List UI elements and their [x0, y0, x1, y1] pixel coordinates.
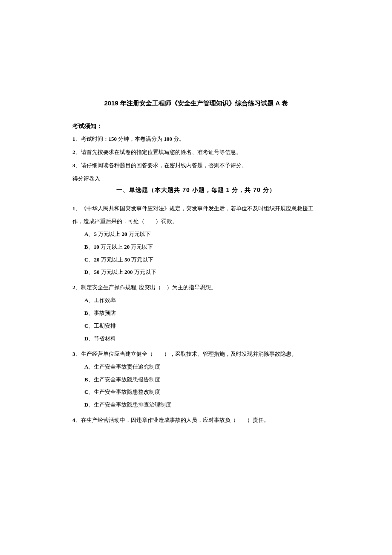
option-rest2: 万元以下 [133, 269, 156, 275]
option-rest2: 万元以下 [130, 244, 153, 250]
question-2: 2、制定安全生产操作规程, 应突出（ ）为主的指导思想。 A、工作效率 B、事故… [72, 281, 320, 345]
option-b: B、生产安全事故隐患报告制度 [72, 373, 320, 386]
notice-item-1: 1、考试时间：150 分钟，本卷满分为 100 分。 [72, 135, 320, 144]
notice-text: 、考试时间： [75, 136, 109, 142]
notice-text: 、请首先按要求在试卷的指定位置填写您的姓名、准考证号等信息。 [75, 149, 242, 155]
notice-text: 、请仔细阅读各种题目的回答要求，在密封线内答题，否则不予评分。 [75, 162, 247, 169]
option-text: 、工作效率 [88, 297, 116, 303]
option-a: A、工作效率 [72, 294, 320, 307]
option-letter: D [84, 401, 88, 408]
question-text: 1、《中华人民共和国突发事件应对法》规定，突发事件发生后，若单位不及时组织开展应… [72, 202, 320, 228]
option-c: C、20 万元以上 50 万元以下 [72, 253, 320, 266]
option-bold: 50 [94, 269, 99, 275]
option-text: 、生产安全事故责任追究制度 [88, 363, 160, 370]
option-text: 、工期安排 [88, 323, 116, 329]
option-c: C、生产安全事故隐患整改制度 [72, 386, 320, 398]
option-sep: 、 [88, 269, 94, 275]
notice-rest2: 分。 [172, 136, 184, 142]
score-line: 得分评卷入 [72, 174, 320, 183]
option-d: D、生产安全事故隐患排查治理制度 [72, 398, 320, 411]
option-text: 、节省材料 [88, 335, 116, 342]
option-text: 、生产安全事故隐患报告制度 [88, 376, 160, 383]
option-a: A、5 万元以上 20 万元以下 [72, 228, 320, 241]
option-rest2: 万元以下 [130, 256, 153, 263]
option-bold2: 20 [121, 231, 127, 237]
question-3: 3、生产经营单位应当建立健全（ ），采取技术、管理措施，及时发现并消除事故隐患。… [72, 348, 320, 411]
option-text: 、生产安全事故隐患排查治理制度 [88, 401, 171, 408]
notice-item-2: 2、请首先按要求在试卷的指定位置填写您的姓名、准考证号等信息。 [72, 148, 320, 157]
option-letter: A [84, 363, 88, 370]
document-title: 2019 年注册安全工程师《安全生产管理知识》综合练习试题 A 卷 [72, 98, 320, 108]
option-letter: C [84, 256, 88, 263]
option-letter: D [84, 269, 88, 275]
option-bold: 20 [94, 256, 99, 263]
question-text: 4、在生产经营活动中，因违章作业造成事故的人员，应对事故负（ ）责任。 [72, 414, 320, 427]
option-bold2: 50 [124, 256, 130, 263]
option-sep: 、 [88, 256, 94, 263]
question-4: 4、在生产经营活动中，因违章作业造成事故的人员，应对事故负（ ）责任。 [72, 414, 320, 427]
question-text: 3、生产经营单位应当建立健全（ ），采取技术、管理措施，及时发现并消除事故隐患。 [72, 348, 320, 360]
option-letter: A [84, 297, 88, 303]
option-bold2: 200 [124, 269, 133, 275]
option-text: 、事故预防 [88, 310, 116, 316]
section-title: 一、单选题（本大题共 70 小题，每题 1 分，共 70 分） [72, 185, 320, 195]
option-sep: 、 [88, 244, 94, 250]
option-rest: 万元以上 [97, 231, 122, 237]
question-body: 、生产经营单位应当建立健全（ ），采取技术、管理措施，及时发现并消除事故隐患。 [75, 351, 297, 357]
option-rest: 万元以上 [99, 244, 124, 250]
question-text: 2、制定安全生产操作规程, 应突出（ ）为主的指导思想。 [72, 281, 320, 294]
option-b: B、10 万元以上 20 万元以下 [72, 241, 320, 253]
option-rest: 万元以上 [99, 256, 124, 263]
option-c: C、工期安排 [72, 320, 320, 332]
option-letter: B [84, 376, 88, 383]
option-letter: C [84, 323, 88, 329]
notice-header: 考试须知： [72, 121, 320, 131]
option-letter: B [84, 244, 88, 250]
option-letter: C [84, 389, 88, 395]
option-rest2: 万元以下 [127, 231, 150, 237]
question-body: 、《中华人民共和国突发事件应对法》规定，突发事件发生后，若单位不及时组织开展应急… [72, 205, 314, 224]
option-d: D、节省材料 [72, 332, 320, 345]
option-letter: D [84, 335, 88, 342]
option-a: A、生产安全事故责任追究制度 [72, 360, 320, 373]
option-bold: 10 [94, 244, 99, 250]
option-rest: 万元以上 [99, 269, 124, 275]
option-text: 、生产安全事故隐患整改制度 [88, 389, 160, 395]
notice-item-3: 3、请仔细阅读各种题目的回答要求，在密封线内答题，否则不予评分。 [72, 161, 320, 170]
notice-rest: 分钟，本卷满分为 [117, 136, 164, 142]
question-1: 1、《中华人民共和国突发事件应对法》规定，突发事件发生后，若单位不及时组织开展应… [72, 202, 320, 279]
notice-bold: 150 [109, 136, 117, 142]
option-bold2: 20 [124, 244, 130, 250]
question-body: 、制定安全生产操作规程, 应突出（ ）为主的指导思想。 [75, 284, 217, 291]
question-body: 、在生产经营活动中，因违章作业造成事故的人员，应对事故负（ ）责任。 [75, 417, 269, 423]
option-sep: 、 [88, 231, 94, 237]
notice-bold2: 100 [164, 136, 173, 142]
option-letter: B [84, 310, 88, 316]
option-letter: A [84, 231, 88, 237]
option-d: D、50 万元以上 200 万元以下 [72, 266, 320, 279]
option-b: B、事故预防 [72, 307, 320, 320]
